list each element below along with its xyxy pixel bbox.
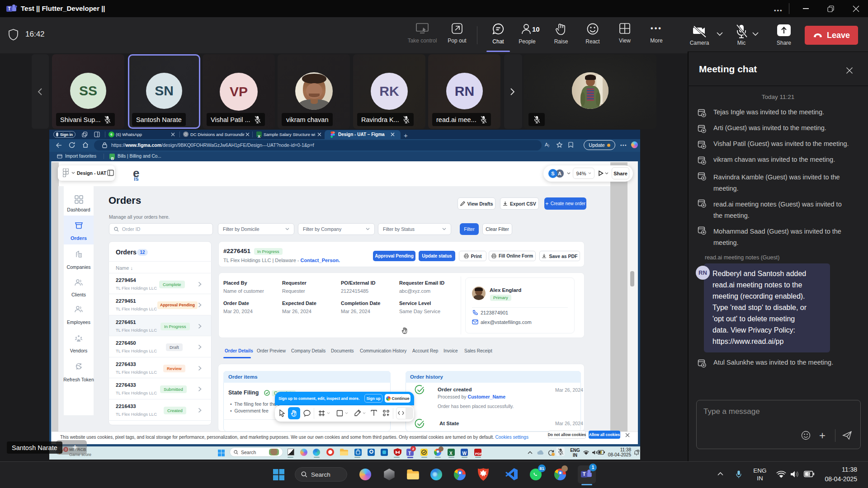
svg-text:T: T bbox=[8, 6, 10, 11]
svg-text:T: T bbox=[583, 471, 586, 477]
